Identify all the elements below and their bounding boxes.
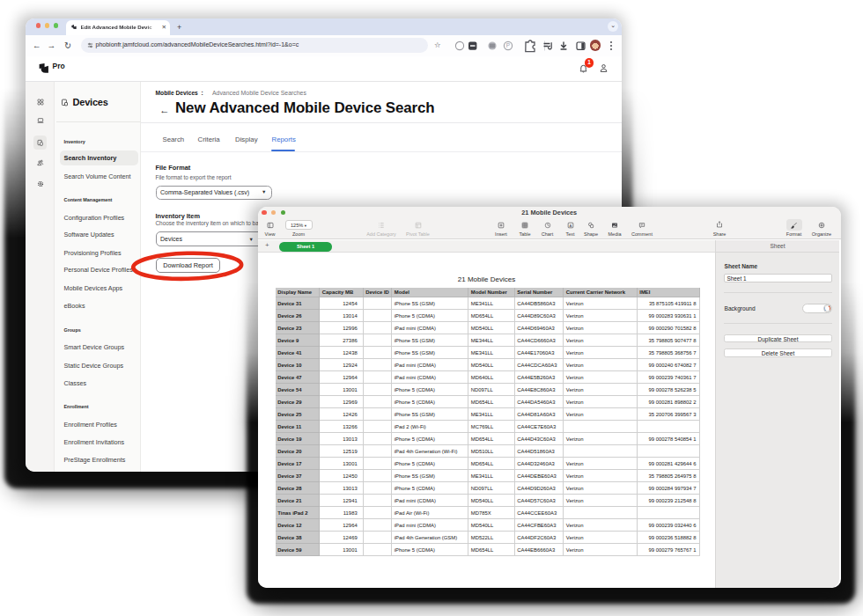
svg-text:P: P	[506, 42, 510, 48]
svg-text:A: A	[569, 223, 572, 227]
